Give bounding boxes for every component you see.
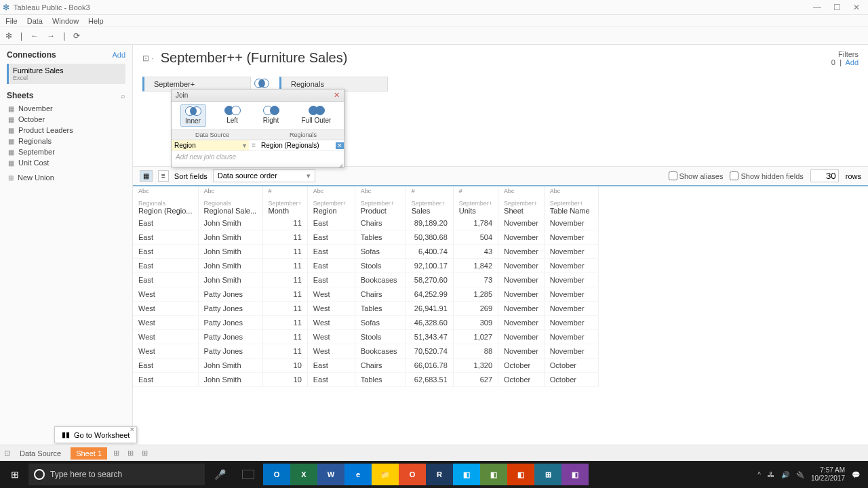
resize-handle-icon[interactable]: ◢ bbox=[172, 163, 344, 167]
union-icon: ⊞ bbox=[8, 174, 14, 182]
table-row[interactable]: EastJohn Smith11EastStools92,100.171,842… bbox=[133, 259, 598, 273]
column-header[interactable]: AbcRegionalsRegional Sale... bbox=[198, 186, 262, 216]
column-header[interactable]: #September+Month bbox=[262, 186, 307, 216]
menu-window[interactable]: Window bbox=[52, 17, 79, 25]
join-header-left: Data Source bbox=[172, 130, 253, 140]
new-story-icon[interactable]: ⊞ bbox=[140, 449, 150, 458]
join-row-delete-icon[interactable]: ✕ bbox=[336, 142, 344, 149]
system-tray[interactable]: ^ 🖧 🔊 🔌 7:57 AM 10/22/2017 💬 bbox=[757, 466, 865, 483]
join-type-left[interactable]: Left bbox=[220, 104, 245, 127]
menu-data[interactable]: Data bbox=[27, 17, 43, 25]
tray-volume-icon[interactable]: 🔊 bbox=[781, 471, 789, 479]
taskbar-clock[interactable]: 7:57 AM 10/22/2017 bbox=[811, 466, 845, 483]
join-venn-icon[interactable] bbox=[252, 77, 271, 90]
taskbar-app-tableau[interactable]: ⊞ bbox=[534, 464, 561, 485]
sheet-item[interactable]: ▦September bbox=[7, 146, 125, 157]
taskbar-search[interactable]: Type here to search bbox=[28, 464, 205, 485]
tooltip-close-icon[interactable]: ✕ bbox=[130, 426, 135, 433]
taskbar-app-word[interactable]: W bbox=[317, 464, 344, 485]
table-row[interactable]: EastJohn Smith10EastTables62,683.51627Oc… bbox=[133, 373, 598, 387]
sheet-item[interactable]: ▦Regionals bbox=[7, 136, 125, 146]
go-to-worksheet-tooltip[interactable]: ▮▮ Go to Worksheet ✕ bbox=[54, 426, 137, 443]
taskbar-app-app1[interactable]: ◧ bbox=[453, 464, 480, 485]
show-hidden-checkbox[interactable]: Show hidden fields bbox=[730, 171, 803, 180]
column-header[interactable]: AbcSeptember+Sheet bbox=[498, 186, 545, 216]
sort-order-dropdown[interactable]: Data source order ▾ bbox=[213, 169, 315, 182]
table-row[interactable]: WestPatty Jones11WestTables26,941.91269N… bbox=[133, 302, 598, 316]
notifications-icon[interactable]: 💬 bbox=[852, 471, 860, 479]
table-row[interactable]: EastJohn Smith11EastChairs89,189.201,784… bbox=[133, 216, 598, 230]
table-row[interactable]: EastJohn Smith11EastSofas6,400.7443Novem… bbox=[133, 245, 598, 259]
gear-icon[interactable]: ✻ bbox=[5, 31, 12, 41]
search-sheets-icon[interactable]: ⌕ bbox=[121, 92, 125, 100]
taskbar-app-excel[interactable]: X bbox=[290, 464, 317, 485]
column-header[interactable]: #September+Units bbox=[453, 186, 498, 216]
data-grid[interactable]: AbcRegionalsRegion (Regio...AbcRegionals… bbox=[133, 186, 868, 410]
table-row[interactable]: WestPatty Jones11WestStools51,343.471,02… bbox=[133, 330, 598, 344]
column-header[interactable]: #September+Sales bbox=[406, 186, 453, 216]
menu-help[interactable]: Help bbox=[88, 17, 104, 25]
join-type-right[interactable]: Right bbox=[259, 104, 283, 127]
column-header[interactable]: AbcRegionalsRegion (Regio... bbox=[133, 186, 198, 216]
connection-item[interactable]: Furniture Sales Excel bbox=[7, 64, 125, 84]
taskbar-app-app3[interactable]: ◧ bbox=[507, 464, 534, 485]
show-aliases-checkbox[interactable]: Show aliases bbox=[669, 171, 724, 180]
join-left-field-dropdown[interactable]: Region ▾ bbox=[172, 140, 249, 150]
taskbar-app-app2[interactable]: ◧ bbox=[480, 464, 507, 485]
forward-button[interactable]: → bbox=[47, 31, 55, 41]
tab-sheet1[interactable]: Sheet 1 bbox=[71, 447, 107, 460]
sheet-item[interactable]: ▦Product Leaders bbox=[7, 125, 125, 136]
table-icon: ▦ bbox=[8, 127, 14, 134]
tray-chevron-icon[interactable]: ^ bbox=[757, 471, 761, 479]
back-button[interactable]: ← bbox=[31, 31, 39, 41]
refresh-button[interactable]: ⟳ bbox=[73, 31, 80, 41]
menu-file[interactable]: File bbox=[5, 17, 18, 25]
table-row[interactable]: WestPatty Jones11WestBookcases70,520.748… bbox=[133, 344, 598, 359]
table-row[interactable]: EastJohn Smith11EastTables50,380.68504No… bbox=[133, 230, 598, 245]
minimize-button[interactable]: — bbox=[813, 3, 821, 12]
maximize-button[interactable]: ☐ bbox=[833, 3, 841, 12]
column-header[interactable]: AbcSeptember+Table Name bbox=[544, 186, 598, 216]
datasource-title[interactable]: September++ (Furniture Sales) bbox=[161, 50, 348, 66]
table-icon: ▦ bbox=[8, 138, 14, 145]
taskbar-app-outlook[interactable]: O bbox=[263, 464, 290, 485]
table-row[interactable]: WestPatty Jones11WestSofas46,328.60309No… bbox=[133, 316, 598, 330]
rows-input[interactable] bbox=[810, 169, 839, 182]
add-join-clause[interactable]: Add new join clause bbox=[172, 151, 344, 163]
join-popup-close-icon[interactable]: ✕ bbox=[334, 91, 340, 100]
table-row[interactable]: EastJohn Smith10EastChairs66,016.781,320… bbox=[133, 359, 598, 373]
join-type-full[interactable]: Full Outer bbox=[298, 104, 336, 127]
new-dashboard-icon[interactable]: ⊞ bbox=[125, 449, 136, 458]
join-operator[interactable]: = bbox=[249, 142, 258, 149]
join-right-field[interactable]: Region (Regionals) bbox=[258, 140, 336, 150]
taskbar-app-app-r[interactable]: R bbox=[426, 464, 453, 485]
mic-icon[interactable]: 🎤 bbox=[206, 464, 233, 485]
add-connection-button[interactable]: Add bbox=[112, 51, 125, 59]
table-row[interactable]: WestPatty Jones11WestChairs64,252.991,28… bbox=[133, 287, 598, 302]
sheet-item[interactable]: ▦Unit Cost bbox=[7, 157, 125, 168]
new-worksheet-icon[interactable]: ⊞ bbox=[111, 449, 121, 458]
join-type-inner[interactable]: Inner bbox=[180, 104, 206, 127]
start-button[interactable]: ⊞ bbox=[3, 464, 27, 485]
search-placeholder: Type here to search bbox=[50, 470, 122, 479]
taskbar-app-app4[interactable]: ◧ bbox=[561, 464, 589, 485]
add-filter-button[interactable]: Add bbox=[845, 58, 859, 66]
column-header[interactable]: AbcSeptember+Product bbox=[355, 186, 406, 216]
tab-datasource[interactable]: Data Source bbox=[14, 447, 66, 460]
grid-controls: ▦ ≡ Sort fields Data source order ▾ Show… bbox=[133, 166, 868, 186]
tray-power-icon[interactable]: 🔌 bbox=[796, 471, 804, 479]
close-button[interactable]: ✕ bbox=[853, 3, 860, 12]
new-union-button[interactable]: ⊞ New Union bbox=[7, 172, 125, 183]
taskbar-app-edge[interactable]: e bbox=[344, 464, 372, 485]
connection-type: Excel bbox=[13, 75, 121, 81]
table-row[interactable]: EastJohn Smith11EastBookcases58,270.6073… bbox=[133, 273, 598, 287]
taskbar-app-explorer[interactable]: 📁 bbox=[372, 464, 399, 485]
column-header[interactable]: AbcSeptember+Region bbox=[307, 186, 355, 216]
taskbar-app-opera[interactable]: O bbox=[399, 464, 426, 485]
tray-network-icon[interactable]: 🖧 bbox=[768, 471, 774, 479]
sheet-item[interactable]: ▦November bbox=[7, 103, 125, 114]
list-view-button[interactable]: ≡ bbox=[158, 170, 169, 182]
grid-view-button[interactable]: ▦ bbox=[140, 170, 153, 182]
task-view-icon[interactable] bbox=[235, 464, 262, 485]
sheet-item[interactable]: ▦October bbox=[7, 114, 125, 125]
